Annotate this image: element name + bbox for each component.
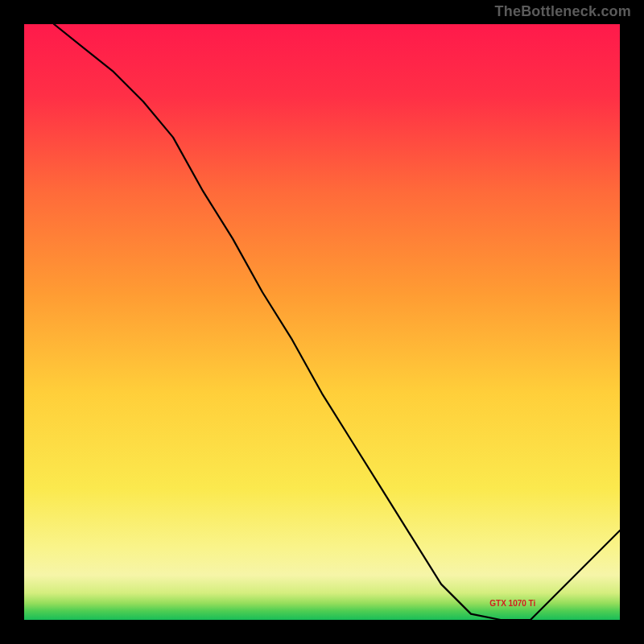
attribution-label: TheBottleneck.com [495, 3, 631, 20]
bottleneck-line-chart: GTX 1070 Ti [24, 24, 620, 620]
gradient-background [24, 24, 620, 620]
optimal-gpu-label: GTX 1070 Ti [489, 599, 535, 608]
plot-frame: GTX 1070 Ti [24, 24, 620, 620]
chart-container: TheBottleneck.com [0, 0, 644, 644]
